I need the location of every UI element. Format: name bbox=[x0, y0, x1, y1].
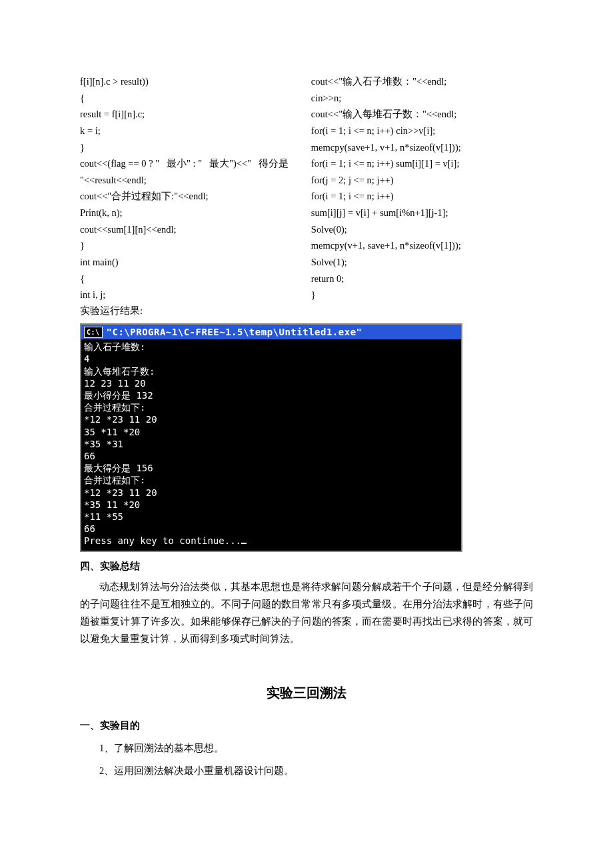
summary-heading: 四、实验总结 bbox=[80, 557, 533, 575]
terminal-text: 输入石子堆数: 4 输入每堆石子数: 12 23 11 20 最小得分是 132… bbox=[84, 341, 241, 546]
summary-body: 动态规划算法与分治法类似，其基本思想也是将待求解问题分解成若干个子问题，但是经分… bbox=[80, 578, 533, 647]
terminal-title-text: "C:\PROGRA~1\C-FREE~1.5\temp\Untitled1.e… bbox=[107, 326, 362, 338]
code-right-column: cout<<"输入石子堆数："<<endl; cin>>n; cout<<"输入… bbox=[311, 73, 533, 303]
cmd-icon: C:\ bbox=[84, 327, 103, 338]
purpose-heading: 一、实验目的 bbox=[80, 717, 533, 734]
terminal-output: 输入石子堆数: 4 输入每堆石子数: 12 23 11 20 最小得分是 132… bbox=[81, 339, 461, 551]
terminal-titlebar: C:\ "C:\PROGRA~1\C-FREE~1.5\temp\Untitle… bbox=[81, 325, 461, 339]
terminal-window: C:\ "C:\PROGRA~1\C-FREE~1.5\temp\Untitle… bbox=[80, 323, 462, 552]
cursor-icon bbox=[241, 543, 247, 544]
result-label: 实验运行结果: bbox=[80, 302, 533, 319]
purpose-item-1: 1、了解回溯法的基本思想。 bbox=[80, 739, 533, 757]
code-columns: f[i][n].c > result)) { result = f[i][n].… bbox=[80, 73, 533, 303]
document-page: f[i][n].c > result)) { result = f[i][n].… bbox=[0, 0, 613, 868]
purpose-item-2: 2、运用回溯法解决最小重量机器设计问题。 bbox=[80, 762, 533, 779]
code-left-column: f[i][n].c > result)) { result = f[i][n].… bbox=[80, 73, 302, 303]
chapter-heading: 实验三回溯法 bbox=[80, 681, 533, 705]
